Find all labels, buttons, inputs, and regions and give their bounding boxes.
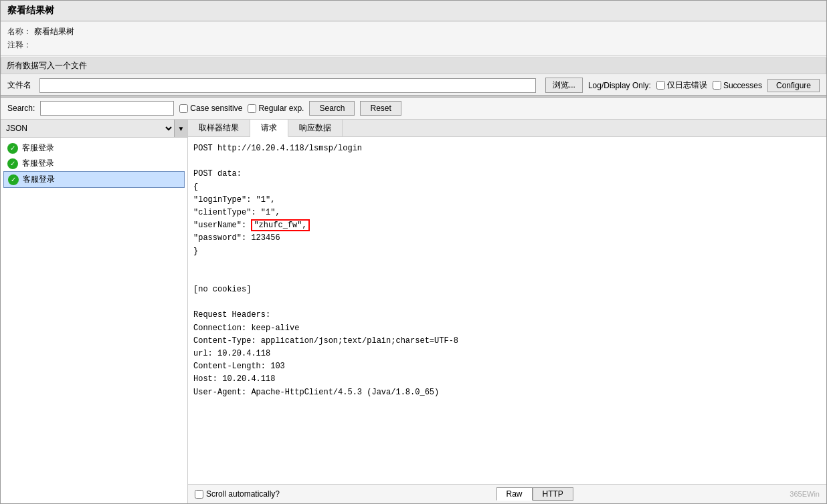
scroll-auto-label[interactable]: Scroll automatically? [195,489,280,499]
all-data-row: 所有数据写入一个文件 [1,57,826,74]
watermark: 365EWin [790,490,820,498]
left-panel-header: JSON XML Text HTML ▼ [1,120,187,138]
tree-item[interactable]: ✓ 客服登录 [3,140,185,156]
filename-input[interactable] [39,78,536,93]
request-line1: POST http://10.20.4.118/lsmsp/login [193,142,821,155]
tree-item-label: 客服登录 [22,158,54,169]
dropdown-arrow-icon[interactable]: ▼ [174,120,187,137]
tab-sampler-results[interactable]: 取样器结果 [188,120,250,136]
tab-content: POST http://10.20.4.118/lsmsp/login POST… [188,137,826,484]
request-line11 [193,271,821,283]
request-line9: } [193,245,821,258]
case-sensitive-checkbox[interactable] [179,104,188,113]
name-row: 名称： 察看结果树 [7,26,820,37]
comment-row: 注释： [7,39,820,51]
search-label: Search: [7,104,35,113]
request-line19: Host: 10.20.4.118 [193,373,821,386]
regular-exp-checkbox[interactable] [248,104,256,113]
configure-button[interactable]: Configure [767,79,820,92]
log-errors-checkbox-label[interactable]: 仅日志错误 [656,80,707,91]
successes-label: Successes [723,81,762,90]
log-display-label: Log/Display Only: [588,81,651,90]
tab-request-label: 请求 [261,123,277,132]
regular-exp-text: Regular exp. [258,104,304,113]
regular-exp-label[interactable]: Regular exp. [248,104,304,113]
raw-tab[interactable]: Raw [496,487,533,501]
filename-label: 文件名 [7,80,34,91]
tree-item[interactable]: ✓ 客服登录 [3,156,185,171]
success-icon: ✓ [7,158,18,169]
scroll-auto-text: Scroll automatically? [206,489,280,499]
request-line16: Content-Type: application/json;text/plai… [193,335,821,348]
reset-button[interactable]: Reset [360,101,401,116]
search-bar: Search: Case sensitive Regular exp. Sear… [1,98,826,120]
name-value: 察看结果树 [34,26,74,37]
comment-label: 注释： [7,39,34,51]
request-line4: { [193,181,821,194]
successes-checkbox-label[interactable]: Successes [713,81,762,90]
content-area: JSON XML Text HTML ▼ ✓ 客服登录 ✓ 客服登录 ✓ [1,120,826,503]
request-line20: User-Agent: Apache-HttpClient/4.5.3 (Jav… [193,386,821,399]
request-line10 [193,258,821,271]
request-line6: "clientType": "1", [193,207,821,219]
bottom-tabs: Raw HTTP [496,487,573,501]
main-window: 察看结果树 名称： 察看结果树 注释： 所有数据写入一个文件 文件名 浏览...… [0,0,827,504]
tab-response-label: 响应数据 [299,123,331,132]
request-line3: POST data: [193,168,821,180]
tree-item-label: 客服登录 [23,174,55,185]
line7-prefix: "userName": [193,221,251,230]
tab-sampler-label: 取样器结果 [199,123,239,132]
request-line13 [193,296,821,309]
request-line15: Connection: keep-alive [193,322,821,335]
case-sensitive-label[interactable]: Case sensitive [179,104,242,113]
tree-content: ✓ 客服登录 ✓ 客服登录 ✓ 客服登录 [1,138,187,503]
request-line7: "userName": "zhufc_fw", [193,219,821,232]
filename-toolbar: 文件名 浏览... Log/Display Only: 仅日志错误 Succes… [1,76,826,95]
tab-request[interactable]: 请求 [250,120,288,137]
tab-response-data[interactable]: 响应数据 [288,120,343,136]
highlighted-username: "zhufc_fw", [251,219,309,231]
request-line12: [no cookies] [193,283,821,296]
http-tab[interactable]: HTTP [533,487,573,501]
log-errors-checkbox[interactable] [656,81,665,90]
left-panel: JSON XML Text HTML ▼ ✓ 客服登录 ✓ 客服登录 ✓ [1,120,188,503]
request-line14: Request Headers: [193,309,821,322]
all-data-label: 所有数据写入一个文件 [7,61,87,70]
title-bar: 察看结果树 [1,1,826,21]
browse-button[interactable]: 浏览... [545,78,583,93]
request-line8: "password": 123456 [193,232,821,245]
case-sensitive-text: Case sensitive [190,104,242,113]
format-select[interactable]: JSON XML Text HTML [1,120,174,137]
successes-checkbox[interactable] [713,81,721,90]
search-input[interactable] [40,101,174,116]
bottom-bar: Scroll automatically? Raw HTTP 365EWin [188,484,826,503]
tree-item-selected[interactable]: ✓ 客服登录 [3,171,185,188]
request-line17: url: 10.20.4.118 [193,348,821,360]
request-line18: Content-Length: 103 [193,360,821,373]
name-label: 名称： [7,26,34,37]
success-icon: ✓ [7,143,18,154]
log-errors-label: 仅日志错误 [667,80,707,91]
window-title: 察看结果树 [7,5,54,15]
scroll-auto-checkbox[interactable] [195,490,203,499]
form-section: 名称： 察看结果树 注释： [1,21,826,56]
right-panel: 取样器结果 请求 响应数据 POST http://10.20.4.118/ls… [188,120,826,503]
search-button[interactable]: Search [309,101,355,116]
log-controls: Log/Display Only: 仅日志错误 Successes Config… [588,79,820,92]
tree-item-label: 客服登录 [22,142,54,154]
request-line2 [193,155,821,168]
tabs-header: 取样器结果 请求 响应数据 [188,120,826,137]
request-line5: "loginType": "1", [193,194,821,207]
success-icon: ✓ [8,174,19,185]
